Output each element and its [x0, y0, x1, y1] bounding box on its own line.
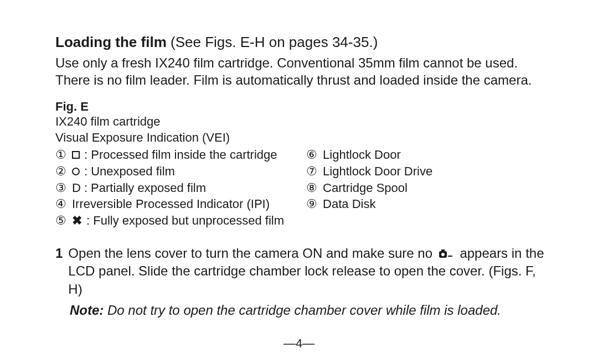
figure-label: Fig. E	[55, 100, 548, 114]
legend-number: ①	[55, 147, 69, 163]
legend-number: ⑥	[306, 147, 319, 163]
cartridge-icon	[439, 249, 454, 259]
legend-item: ⑧ Cartridge Spool	[306, 180, 432, 196]
legend-text: : Processed film inside the cartridge	[84, 147, 277, 163]
legend-number: ⑤	[55, 212, 69, 229]
legend-number: ⑧	[306, 180, 319, 196]
legend-item: ② : Unexposed film	[55, 163, 284, 180]
legend-number: ⑨	[306, 196, 319, 212]
svg-rect-3	[448, 256, 452, 257]
legend-item: ① : Processed film inside the cartridge	[55, 147, 284, 163]
note-label: Note:	[70, 303, 104, 318]
legend-text: Cartridge Spool	[323, 180, 408, 196]
heading-bold: Loading the film	[55, 34, 167, 50]
legend-text: : Fully exposed but unprocessed film	[86, 212, 284, 229]
legend-item: ⑦ Lightlock Door Drive	[306, 163, 432, 180]
legend-number: ⑦	[306, 163, 319, 180]
legend-symbol-d: D	[72, 180, 81, 196]
legend-item: ⑥ Lightlock Door	[306, 147, 432, 163]
intro-paragraph: Use only a fresh IX240 film cartridge. C…	[55, 54, 548, 89]
step-body: Open the lens cover to turn the camera O…	[68, 245, 548, 298]
legend-text: Data Disk	[323, 196, 375, 212]
page-number: —4—	[283, 336, 315, 351]
legend-number: ②	[55, 163, 69, 180]
legend-text: Lightlock Door Drive	[323, 163, 432, 180]
legend-left-column: ① : Processed film inside the cartridge …	[55, 147, 284, 228]
legend-number: ③	[55, 180, 69, 196]
step-1: 1 Open the lens cover to turn the camera…	[55, 245, 548, 298]
svg-point-2	[441, 253, 445, 256]
note-body: Do not try to open the cartridge chamber…	[104, 303, 501, 318]
legend-text: : Partially exposed film	[84, 180, 206, 196]
legend-item: ③ D : Partially exposed film	[55, 180, 284, 196]
circle-icon	[72, 168, 80, 175]
legend-text: Irreversible Processed Indicator (IPI)	[72, 196, 270, 212]
legend-text: Lightlock Door	[323, 147, 401, 163]
legend-columns: ① : Processed film inside the cartridge …	[55, 147, 548, 228]
figure-subtitle-1: IX240 film cartridge	[55, 114, 548, 130]
svg-rect-1	[441, 249, 445, 252]
x-icon: ✖	[72, 212, 82, 229]
legend-number: ④	[55, 196, 69, 212]
step-text-before: Open the lens cover to turn the camera O…	[68, 246, 436, 261]
step-number: 1	[55, 245, 63, 298]
heading-rest: (See Figs. E-H on pages 34-35.)	[167, 34, 378, 50]
square-icon	[72, 151, 80, 159]
figure-subtitle-2: Visual Exposure Indication (VEI)	[55, 130, 548, 146]
legend-text: : Unexposed film	[84, 163, 175, 180]
note: Note: Do not try to open the cartridge c…	[55, 301, 548, 319]
legend-item: ④ Irreversible Processed Indicator (IPI)	[55, 196, 284, 212]
section-heading: Loading the film (See Figs. E-H on pages…	[55, 33, 548, 52]
legend-item: ⑨ Data Disk	[306, 196, 432, 212]
legend-item: ⑤ ✖ : Fully exposed but unprocessed film	[55, 212, 284, 229]
legend-right-column: ⑥ Lightlock Door ⑦ Lightlock Door Drive …	[306, 147, 432, 228]
